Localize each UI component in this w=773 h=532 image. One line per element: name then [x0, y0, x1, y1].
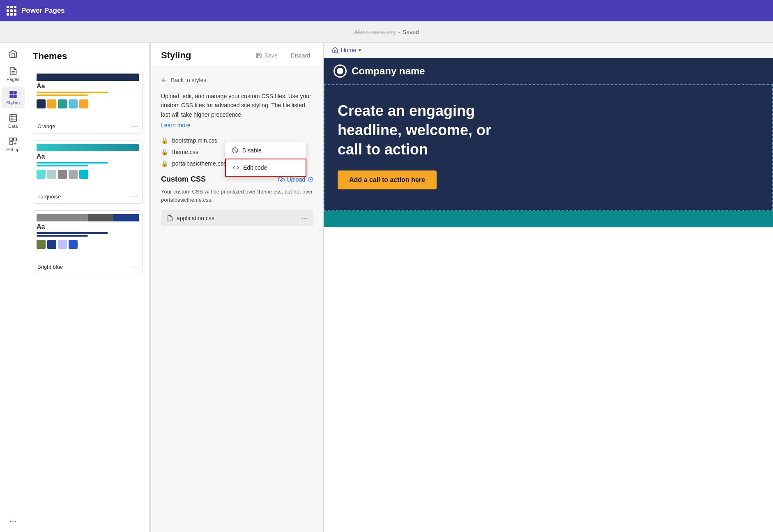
sidebar-item-styling[interactable]: Styling [2, 87, 25, 108]
css-description: Upload, edit, and manage your custom CSS… [161, 92, 313, 119]
application-css-info: application.css [167, 215, 214, 221]
orange-label-row: Orange ··· [33, 120, 142, 133]
theme-card-brightblue[interactable]: Aa Bright blue ··· [33, 210, 143, 274]
learn-more-link[interactable]: Learn more [161, 122, 191, 129]
themes-title: Themes [33, 51, 143, 62]
lock-icon-bootstrap: 🔒 [161, 137, 168, 144]
lock-icon-portalbasic: 🔒 [161, 160, 168, 167]
sidebar-item-data-label: Data [8, 124, 18, 129]
themes-panel: Themes Aa Orange ··· [26, 43, 150, 532]
bb-colors [37, 240, 139, 249]
css-filename-portalbasic: portalbasictheme.css [172, 160, 226, 167]
svg-rect-12 [9, 142, 12, 145]
lock-icon-theme: 🔒 [161, 149, 168, 155]
turquoise-more-btn[interactable]: ··· [132, 192, 138, 201]
svg-rect-3 [13, 91, 16, 94]
orange-theme-name: Orange [37, 123, 55, 129]
orange-header-preview [37, 74, 139, 81]
discard-button[interactable]: Discard [288, 51, 313, 60]
sidebar-item-pages-label: Pages [7, 77, 19, 82]
preview-nav-home-label: Home [341, 47, 356, 53]
styling-panel: Styling Save Discard Back to styles Uplo… [151, 43, 324, 532]
sidebar-item-setup[interactable]: Set up [2, 134, 25, 155]
orange-aa: Aa [37, 83, 139, 90]
application-css-more-btn[interactable]: ··· [301, 214, 308, 222]
orange-more-btn[interactable]: ··· [132, 122, 138, 131]
save-label: Save [265, 52, 278, 59]
app-title: Power Pages [21, 7, 65, 15]
theme-card-turquoise[interactable]: Aa Turquoise ··· [33, 140, 143, 204]
bb-lines [37, 232, 139, 237]
disable-menu-item[interactable]: Disable [225, 142, 306, 159]
sidebar-item-data[interactable]: Data [2, 110, 25, 132]
svg-rect-10 [9, 138, 12, 141]
brightblue-theme-name: Bright blue [37, 264, 63, 270]
back-label: Back to styles [171, 77, 206, 83]
custom-css-title: Custom CSS [161, 175, 206, 184]
svg-rect-4 [9, 95, 12, 98]
svg-rect-2 [9, 91, 12, 94]
bb-header-preview [37, 214, 139, 221]
preview-logo-inner [337, 68, 343, 74]
secondary-bar: Akme marketing - Saved [0, 21, 773, 43]
upload-label: Upload [287, 176, 305, 183]
preview-content: Company name Create an engaging headline… [324, 58, 773, 532]
dropdown-menu: Disable Edit code [225, 142, 307, 177]
preview-teal-band [324, 211, 773, 227]
preview-hero-headline: Create an engaging headline, welcome, or… [338, 101, 510, 159]
save-button[interactable]: Save [252, 51, 281, 60]
sidebar-more[interactable]: ··· [9, 516, 16, 525]
cta-button[interactable]: Add a call to action here [338, 170, 437, 189]
brightblue-more-btn[interactable]: ··· [132, 263, 138, 271]
styling-content: Back to styles Upload, edit, and manage … [151, 67, 323, 532]
preview-panel: Home ▾ Company name Create an engaging h… [324, 43, 773, 532]
disable-label: Disable [242, 147, 262, 154]
application-css-filename: application.css [177, 215, 214, 221]
turq-lines [37, 162, 139, 166]
site-name: Akme marketing [354, 29, 396, 35]
preview-company-name: Company name [352, 65, 425, 77]
upload-button[interactable]: Upload [278, 176, 313, 183]
preview-logo [334, 64, 347, 78]
svg-rect-6 [9, 115, 16, 122]
preview-nav: Home ▾ [324, 43, 773, 58]
turq-aa: Aa [37, 153, 139, 160]
turquoise-theme-name: Turquoise [37, 193, 61, 200]
styling-title: Styling [161, 50, 191, 61]
sidebar-item-styling-label: Styling [6, 100, 20, 105]
css-filename-theme: theme.css [172, 149, 198, 155]
top-bar: Power Pages [0, 0, 773, 21]
chevron-down-icon: ▾ [359, 47, 361, 53]
custom-css-desc: Your custom CSS will be prioritized over… [161, 188, 313, 204]
sidebar-item-home[interactable] [2, 46, 25, 62]
app-grid-icon[interactable] [7, 6, 16, 16]
preview-nav-home[interactable]: Home ▾ [332, 47, 361, 53]
application-css-row: application.css ··· [161, 210, 313, 226]
turq-colors [37, 170, 139, 179]
icon-sidebar: Pages Styling Data [0, 43, 26, 532]
back-to-styles[interactable]: Back to styles [161, 77, 313, 83]
orange-lines [37, 92, 139, 96]
styling-header: Styling Save Discard [151, 43, 323, 67]
bb-aa: Aa [37, 223, 139, 230]
edit-code-menu-item[interactable]: Edit code [225, 159, 306, 177]
brightblue-label-row: Bright blue ··· [33, 260, 142, 274]
sidebar-item-setup-label: Set up [7, 147, 20, 152]
main-layout: Pages Styling Data [0, 43, 773, 532]
save-status-text: Saved [403, 29, 419, 35]
svg-line-19 [233, 148, 237, 152]
theme-card-orange[interactable]: Aa Orange ··· [33, 70, 143, 134]
orange-colors [37, 99, 139, 108]
save-status: - [398, 29, 400, 35]
turquoise-label-row: Turquoise ··· [33, 190, 142, 203]
turq-header-preview [37, 144, 139, 151]
css-filename-bootstrap: bootstrap.min.css [172, 137, 217, 144]
edit-code-label: Edit code [243, 164, 267, 171]
preview-hero: Create an engaging headline, welcome, or… [324, 84, 773, 211]
preview-site-header: Company name [324, 58, 773, 84]
discard-label: Discard [291, 52, 310, 59]
svg-rect-11 [13, 138, 16, 141]
styling-actions: Save Discard [252, 51, 313, 60]
sidebar-item-pages[interactable]: Pages [2, 63, 25, 85]
svg-rect-5 [13, 95, 16, 98]
